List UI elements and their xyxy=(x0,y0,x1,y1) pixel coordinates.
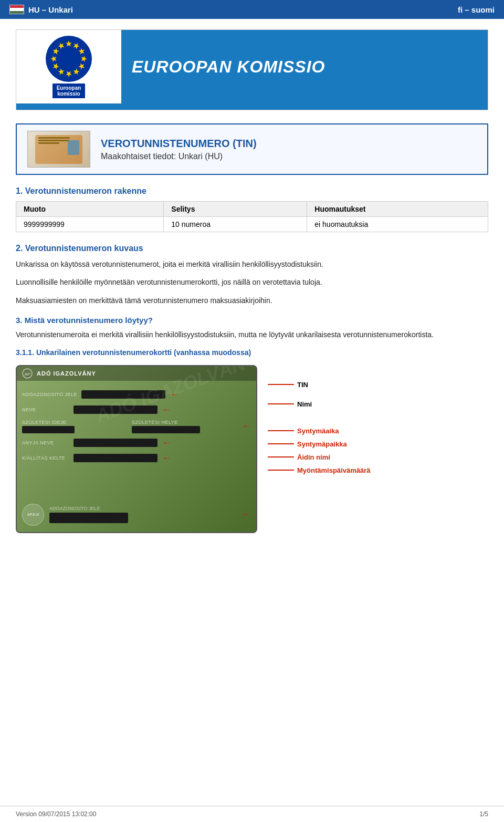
id-card-header: AP ADÓ IGAZOLVÁNY xyxy=(17,366,256,381)
tin-titles: VEROTUNNISTENUMERO (TIN) Maakohtaiset ti… xyxy=(101,138,257,161)
label-line-myontamis: Myöntämispäivämäärä xyxy=(268,466,370,474)
tin-main-title: VEROTUNNISTENUMERO (TIN) xyxy=(101,138,257,150)
label-syntymaaika: Syntymäaika xyxy=(297,427,339,435)
label-tin: TIN xyxy=(297,381,308,389)
eu-label: Euroopan komissio xyxy=(52,84,86,98)
tin-card-line2 xyxy=(38,140,70,141)
table-row: 9999999999 10 numeroa ei huomautuksia xyxy=(16,217,488,232)
main-content: Euroopan komissio EUROOPAN KOMISSIO VERO… xyxy=(0,29,504,563)
dash-tin xyxy=(268,384,294,385)
tin-card-line3 xyxy=(38,142,59,144)
card-arrow-kiallitas: ← xyxy=(162,453,171,464)
col-selitys: Selitys xyxy=(164,202,307,217)
card-value-kiallitas xyxy=(74,454,158,462)
label-line-aidinnimi: Äidin nimi xyxy=(268,453,370,461)
label-line-tin: TIN xyxy=(268,381,370,389)
svg-text:AP: AP xyxy=(24,372,30,377)
label-nimi: Nimi xyxy=(297,400,312,408)
label-syntymapaikka: Syntymäpaikka xyxy=(297,440,347,448)
col-huomautukset: Huomautukset xyxy=(307,202,488,217)
tin-card-line1 xyxy=(38,137,70,139)
card-bottom-label-section: ADÓAZONOSÍTÓ JELE xyxy=(49,506,236,523)
card-label-tin: ADÓAZONOSÍTÓ JELE xyxy=(22,392,77,397)
tin-section-header: VEROTUNNISTENUMERO (TIN) Maakohtaiset ti… xyxy=(16,123,488,175)
tin-card-photo xyxy=(68,140,79,155)
section3-heading: 3. Mistä verotunnistenumero löytyy? xyxy=(16,316,488,325)
label-line-nimi: Nimi xyxy=(268,400,370,408)
card-bottom-label: ADÓAZONOSÍTÓ JELE xyxy=(49,506,236,511)
footer-page: 1/5 xyxy=(479,810,488,818)
cell-muoto: 9999999999 xyxy=(16,217,164,232)
eu-label-line2: komissio xyxy=(57,91,81,97)
label-aidinnimi: Äidin nimi xyxy=(297,453,330,461)
dash-aidinnimi xyxy=(268,456,294,457)
card-logo-circle: AP.E.H xyxy=(22,504,44,526)
card-label-anyja: ANYJA NEVE xyxy=(22,440,69,445)
card-bottom: AP.E.H ADÓAZONOSÍTÓ JELE ← xyxy=(22,504,251,526)
dash-syntymapaikka xyxy=(268,443,294,444)
eu-label-line1: Euroopan xyxy=(57,85,81,91)
tin-sub-title: Maakohtaiset tiedot: Unkari (HU) xyxy=(101,152,257,161)
header-left-text: HU – Unkari xyxy=(28,5,73,14)
cell-selitys: 10 numeroa xyxy=(164,217,307,232)
dash-myontamis xyxy=(268,470,294,471)
label-myontamis: Myöntämispäivämäärä xyxy=(297,466,370,474)
eu-stars-svg xyxy=(45,35,92,82)
tin-icon-box xyxy=(27,131,90,168)
page-footer: Version 09/07/2015 13:02:00 1/5 xyxy=(0,806,504,822)
id-card-container: ADÓ IGAZOLVÁNY AP ADÓ IGAZOLVÁNY ADÓAZON… xyxy=(16,365,488,533)
label-line-syntymapaikka: Syntymäpaikka xyxy=(268,440,370,448)
section1-heading: 1. Verotunnistenumeron rakenne xyxy=(16,186,488,196)
eu-banner: Euroopan komissio EUROOPAN KOMISSIO xyxy=(16,29,488,110)
card-value-tin xyxy=(81,390,165,399)
id-card-logo-small: AP xyxy=(22,368,33,379)
card-birth-left: SZÜLETÉSI IDEJE xyxy=(22,420,128,433)
card-bottom-number xyxy=(49,513,128,523)
card-value-neve xyxy=(74,405,158,414)
card-birth-right: SZÜLETÉSI HELYE xyxy=(132,420,237,433)
card-value-birth-date xyxy=(22,426,75,433)
card-field-birth: SZÜLETÉSI IDEJE SZÜLETÉSI HELYE ← xyxy=(17,418,256,435)
card-arrow-birth: ← xyxy=(242,421,251,432)
dash-nimi xyxy=(268,403,294,404)
card-bottom-row: AP.E.H ADÓAZONOSÍTÓ JELE ← xyxy=(22,504,251,526)
eu-title-section: EUROOPAN KOMISSIO xyxy=(121,30,488,103)
card-arrow-anyja: ← xyxy=(162,438,171,449)
card-value-anyja xyxy=(74,439,158,447)
card-value-birth-place xyxy=(132,426,200,433)
tin-icon-card xyxy=(35,135,82,164)
cell-huomautukset: ei huomautuksia xyxy=(307,217,488,232)
label-line-syntymaaika: Syntymäaika xyxy=(268,427,370,435)
id-card-labels: TIN Nimi Syntymäaika Syntymäpaikka Äidin… xyxy=(268,365,370,474)
section3-text: Verotunnistenumeroita ei merkitä viralli… xyxy=(16,329,488,340)
eu-blue-bar xyxy=(16,103,488,110)
card-field-neve: NEVE ← xyxy=(17,402,256,418)
card-field-kiallitas: KIÁLLÍTÁS KELTE ← xyxy=(17,451,256,466)
dash-syntymaaika xyxy=(268,430,294,431)
eu-logo-box: Euroopan komissio xyxy=(45,35,92,98)
flag-hu xyxy=(9,5,24,14)
card-arrow-tin: ← xyxy=(170,389,179,400)
card-field-anyja: ANYJA NEVE ← xyxy=(17,435,256,451)
section2-text1: Unkarissa on käytössä verotunnistenumero… xyxy=(16,258,488,270)
card-label-neve: NEVE xyxy=(22,407,69,412)
card-arrow-neve: ← xyxy=(162,404,171,415)
eu-title-text: EUROOPAN KOMISSIO xyxy=(132,57,325,77)
card-arrow-bottom: ← xyxy=(242,509,251,520)
footer-version: Version 09/07/2015 13:02:00 xyxy=(16,810,96,818)
section3-subheading: 3.1.1. Unkarilainen verotunnistenumeroko… xyxy=(16,348,488,357)
top-header: HU – Unkari fi – suomi xyxy=(0,0,504,19)
card-field-tin: ADÓAZONOSÍTÓ JELE ← xyxy=(17,387,256,402)
eu-logo-section: Euroopan komissio xyxy=(16,30,121,103)
card-label-birth-place: SZÜLETÉSI HELYE xyxy=(132,420,237,425)
structure-table: Muoto Selitys Huomautukset 9999999999 10… xyxy=(16,201,488,232)
section2-heading: 2. Verotunnistenumeron kuvaus xyxy=(16,244,488,253)
header-left: HU – Unkari xyxy=(9,5,73,14)
section2-text2: Luonnollisille henkilöille myönnetään ve… xyxy=(16,276,488,288)
card-label-birth-date: SZÜLETÉSI IDEJE xyxy=(22,420,128,425)
col-muoto: Muoto xyxy=(16,202,164,217)
id-card-image: ADÓ IGAZOLVÁNY AP ADÓ IGAZOLVÁNY ADÓAZON… xyxy=(16,365,257,533)
card-label-kiallitas: KIÁLLÍTÁS KELTE xyxy=(22,455,69,461)
header-right-text: fi – suomi xyxy=(458,5,495,14)
section2-text3: Maksuasiamiesten on merkittävä tämä vero… xyxy=(16,295,488,306)
